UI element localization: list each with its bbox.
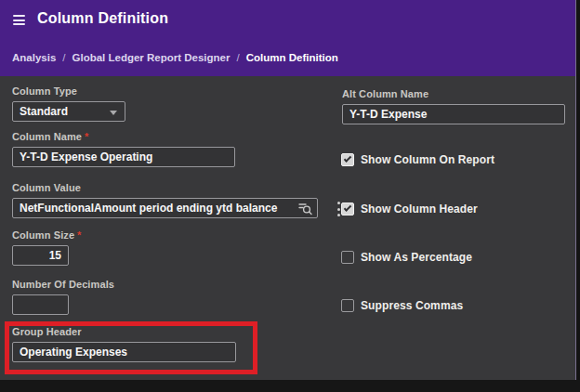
- search-list-icon[interactable]: [297, 201, 313, 216]
- column-name-input[interactable]: [12, 147, 235, 167]
- breadcrumb-item-analysis[interactable]: Analysis: [12, 52, 56, 63]
- column-value-label: Column Value: [12, 182, 318, 193]
- column-size-label: Column Size: [12, 229, 74, 241]
- window-edge-bottom: [0, 380, 580, 392]
- app-header: Column Definition Analysis / Global Ledg…: [0, 0, 575, 76]
- alt-column-name-label: Alt Column Name: [342, 88, 565, 99]
- check-icon: [344, 154, 351, 162]
- number-of-decimals-input[interactable]: [12, 294, 69, 315]
- checkbox-label: Show Column On Report: [361, 153, 494, 166]
- column-size-input[interactable]: [12, 245, 69, 266]
- group-header-input[interactable]: [12, 342, 236, 362]
- breadcrumb-item-current: Column Definition: [246, 52, 338, 63]
- checkbox-show-column-header[interactable]: Show Column Header: [341, 203, 478, 216]
- column-type-label: Column Type: [12, 85, 125, 97]
- checkbox-show-as-percentage[interactable]: Show As Percentage: [341, 251, 472, 264]
- field-column-name: Column Name*: [12, 131, 235, 167]
- checkbox-icon[interactable]: [341, 251, 354, 264]
- field-group-header: Group Header: [12, 326, 236, 362]
- field-column-size: Column Size*: [12, 229, 82, 266]
- chevron-down-icon: [110, 111, 117, 115]
- required-asterisk: *: [85, 131, 88, 142]
- field-column-type: Column Type Standard: [12, 85, 125, 122]
- column-value-input[interactable]: [12, 198, 318, 218]
- app-window: Column Definition Analysis / Global Ledg…: [0, 0, 580, 392]
- checkbox-show-column-on-report[interactable]: Show Column On Report: [341, 153, 494, 166]
- column-definition-form: Column Type Standard Column Name* Column…: [0, 76, 575, 380]
- field-column-value: Column Value: [12, 182, 318, 218]
- check-icon: [344, 203, 351, 211]
- breadcrumb-separator: /: [237, 52, 240, 63]
- breadcrumb-item-report-designer[interactable]: Global Ledger Report Designer: [72, 52, 231, 63]
- group-header-label: Group Header: [12, 326, 236, 337]
- required-asterisk: *: [77, 229, 81, 241]
- checkbox-suppress-commas[interactable]: Suppress Commas: [341, 299, 463, 312]
- column-name-label: Column Name: [12, 131, 82, 142]
- checkbox-icon[interactable]: [341, 153, 354, 166]
- checkbox-label: Show As Percentage: [361, 251, 472, 264]
- field-number-of-decimals: Number Of Decimals: [12, 279, 114, 315]
- checkbox-label: Suppress Commas: [361, 299, 463, 312]
- breadcrumb-separator: /: [62, 52, 65, 63]
- column-type-dropdown[interactable]: Standard: [12, 101, 125, 122]
- checkbox-icon[interactable]: [341, 299, 354, 312]
- alt-column-name-input[interactable]: [342, 104, 565, 124]
- breadcrumb: Analysis / Global Ledger Report Designer…: [12, 52, 338, 63]
- number-of-decimals-label: Number Of Decimals: [12, 279, 114, 290]
- page-title: Column Definition: [37, 10, 168, 27]
- checkbox-label: Show Column Header: [361, 203, 478, 216]
- column-type-selected-value: Standard: [20, 105, 68, 118]
- hamburger-menu-icon[interactable]: [13, 14, 27, 26]
- checkbox-icon[interactable]: [341, 203, 354, 216]
- window-edge-right: [575, 0, 580, 392]
- field-alt-column-name: Alt Column Name: [342, 88, 565, 124]
